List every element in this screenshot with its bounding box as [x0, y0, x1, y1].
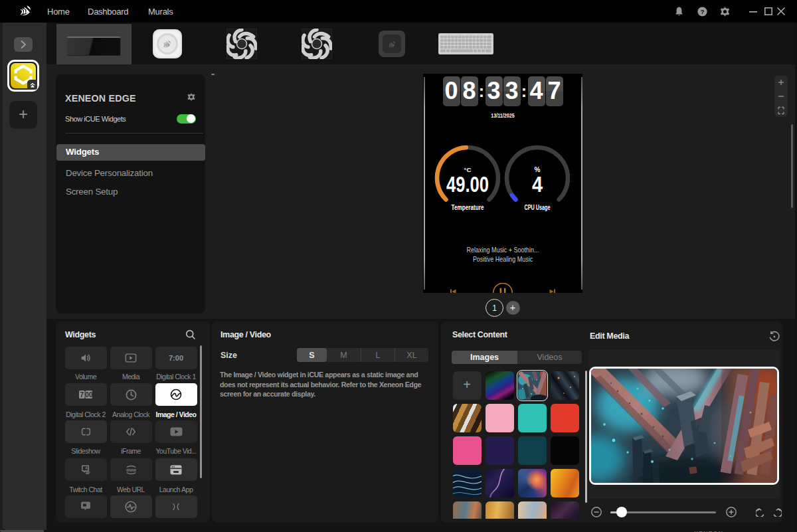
svg-text:4: 4 — [532, 171, 543, 197]
svg-text:00: 00 — [85, 391, 93, 399]
svg-text:CPU Usage: CPU Usage — [525, 203, 551, 211]
svg-text:?: ? — [701, 9, 705, 15]
svg-text:49.00: 49.00 — [446, 171, 489, 197]
svg-text:Temperature: Temperature — [452, 203, 484, 211]
svg-text:WWW: WWW — [126, 468, 136, 472]
svg-text:7: 7 — [80, 391, 84, 399]
